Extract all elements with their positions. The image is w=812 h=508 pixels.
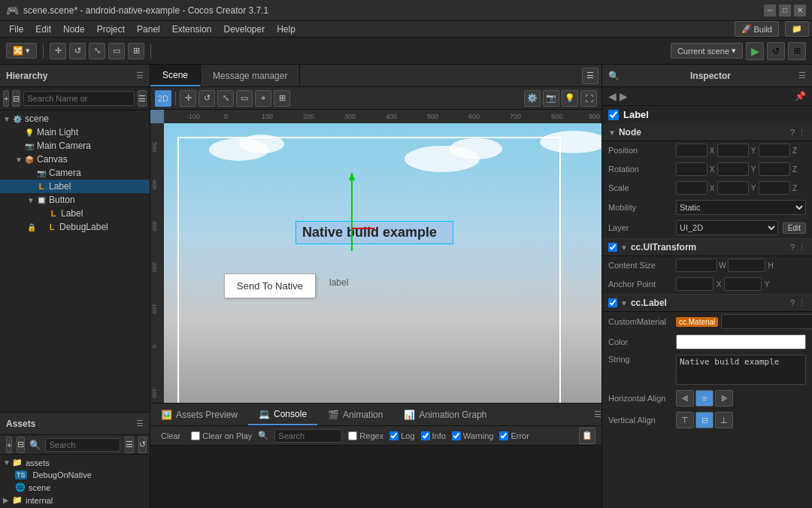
console-search-input[interactable]	[274, 429, 342, 443]
menu-node[interactable]: Node	[57, 23, 91, 36]
tree-item-camera[interactable]: 📷 Camera	[0, 166, 150, 180]
regex-checkbox[interactable]: Regex	[348, 431, 383, 440]
h-align-center-button[interactable]: ≡	[695, 390, 714, 407]
position-x-input[interactable]: 0	[676, 144, 707, 157]
position-y-input[interactable]: 0	[717, 144, 749, 157]
menu-panel[interactable]: Panel	[131, 23, 166, 36]
menu-file[interactable]: File	[3, 23, 29, 36]
layer-edit-button[interactable]: Edit	[783, 222, 806, 234]
error-input[interactable]	[499, 431, 508, 440]
asset-item-internal[interactable]: ▶ 📁 internal	[0, 494, 150, 506]
string-textarea[interactable]: Native build example	[676, 355, 806, 385]
lighting-button[interactable]: 💡	[562, 90, 578, 107]
rotation-y-input[interactable]: 0	[717, 162, 749, 176]
cclabel-menu-button[interactable]: ⋮	[798, 298, 806, 308]
node-menu-button[interactable]: ⋮	[798, 128, 806, 138]
hierarchy-collapse-button[interactable]: ⊟	[12, 90, 20, 107]
tab-animation[interactable]: 🎬 Animation	[317, 404, 393, 425]
folder-button[interactable]: 📁	[785, 21, 809, 37]
material-name-input[interactable]: cc.Material	[721, 314, 812, 329]
inspector-forward-button[interactable]: ▶	[620, 90, 628, 102]
uitransform-enabled-checkbox[interactable]	[608, 243, 617, 252]
tree-item-scene[interactable]: ▼ ⚙️ scene	[0, 112, 150, 125]
v-align-middle-button[interactable]: ⊟	[695, 412, 714, 428]
menu-edit[interactable]: Edit	[29, 23, 57, 36]
color-swatch[interactable]	[676, 334, 806, 349]
inspector-menu-button[interactable]: ☰	[798, 71, 806, 80]
cclabel-enabled-checkbox[interactable]	[608, 298, 617, 307]
move-tool-button[interactable]: ✛	[50, 43, 66, 59]
menu-extension[interactable]: Extension	[166, 23, 218, 36]
regex-input[interactable]	[348, 431, 357, 440]
scene-button-element[interactable]: Send To Native	[224, 274, 316, 298]
tool-rect-button[interactable]: ▭	[236, 90, 253, 107]
tab-assets-preview[interactable]: 🖼️ Assets Preview	[150, 404, 248, 425]
h-align-right-button[interactable]: ⫸	[715, 390, 733, 407]
tab-console[interactable]: 💻 Console	[248, 404, 317, 425]
asset-item-scene[interactable]: 🌐 scene	[0, 481, 150, 494]
inspector-back-button[interactable]: ◀	[608, 90, 617, 102]
refresh-button[interactable]: ↺	[767, 42, 785, 60]
tree-item-main-camera[interactable]: 📷 Main Camera	[0, 139, 150, 153]
anchor-x-input[interactable]: 0.5	[676, 277, 714, 291]
tree-item-main-light[interactable]: 💡 Main Light	[0, 125, 150, 139]
rotation-x-input[interactable]: 0	[676, 162, 707, 176]
warning-checkbox[interactable]: Warning	[452, 431, 494, 440]
layout-button[interactable]: ⊞	[788, 42, 806, 60]
play-button[interactable]: ▶	[746, 42, 764, 60]
content-size-h-input[interactable]: 50.4	[728, 259, 765, 272]
uitransform-menu-button[interactable]: ⋮	[798, 243, 806, 252]
clear-on-play-input[interactable]	[191, 431, 200, 440]
info-input[interactable]	[421, 431, 430, 440]
info-checkbox[interactable]: Info	[421, 431, 446, 440]
asset-item-debug-on-native[interactable]: TS DebugOnNative	[0, 469, 150, 481]
assets-collapse-button[interactable]: ⊟	[17, 437, 25, 453]
tree-item-button[interactable]: ▼ 🔲 Button	[0, 193, 150, 207]
console-copy-button[interactable]: 📋	[579, 428, 595, 444]
scale-y-input[interactable]: 1	[717, 181, 749, 195]
tab-animation-graph[interactable]: 📊 Animation Graph	[393, 404, 497, 425]
viewport-settings-button[interactable]: ⚙️	[524, 90, 541, 107]
tree-item-button-label[interactable]: L Label	[0, 207, 150, 220]
tool-anchor-button[interactable]: ⌖	[255, 90, 271, 107]
tree-item-canvas[interactable]: ▼ 📦 Canvas	[0, 153, 150, 166]
tab-message-manager[interactable]: Message manager	[201, 65, 300, 86]
menu-project[interactable]: Project	[91, 23, 131, 36]
hierarchy-list-button[interactable]: ☰	[138, 90, 147, 107]
scene-panel-menu[interactable]: ☰	[582, 68, 598, 84]
scene-viewport[interactable]: -100 0 100 200 300 400 500 600 700 800 9…	[150, 110, 601, 403]
clear-on-play-checkbox[interactable]: Clear on Play	[191, 431, 252, 440]
tree-item-label[interactable]: L Label	[0, 180, 150, 193]
content-size-w-input[interactable]: 371.31	[676, 259, 717, 272]
component-enabled-checkbox[interactable]	[608, 110, 619, 120]
layer-dropdown[interactable]: UI_2DUI_3DDefault	[676, 220, 778, 235]
rect-tool-button[interactable]: ▭	[108, 43, 125, 59]
asset-item-assets[interactable]: ▼ 📁 assets	[0, 456, 150, 469]
cclabel-section-header[interactable]: ▼ cc.Label ? ⋮	[602, 294, 812, 312]
uitransform-section-header[interactable]: ▼ cc.UITransform ? ⋮	[602, 238, 812, 256]
hierarchy-search-input[interactable]	[23, 91, 135, 106]
clear-button[interactable]: Clear	[156, 430, 185, 442]
rotate-tool-button[interactable]: ↺	[69, 43, 86, 59]
inspector-pin-button[interactable]: 📌	[795, 91, 806, 101]
build-button[interactable]: 🚀 Build	[735, 21, 779, 37]
tool-rotate-button[interactable]: ↺	[198, 90, 215, 107]
camera-button[interactable]: 📷	[543, 90, 559, 107]
scale-x-input[interactable]: 1	[676, 181, 707, 195]
hierarchy-menu-button[interactable]: ☰	[136, 71, 144, 80]
maximize-button[interactable]: □	[779, 5, 791, 17]
fullscreen-button[interactable]: ⛶	[580, 90, 597, 107]
scale-z-input[interactable]: 1	[759, 181, 790, 195]
menu-help[interactable]: Help	[271, 23, 301, 36]
error-checkbox[interactable]: Error	[499, 431, 529, 440]
tool-scale-button[interactable]: ⤡	[217, 90, 234, 107]
uitransform-help-button[interactable]: ?	[790, 243, 795, 252]
log-input[interactable]	[389, 431, 398, 440]
position-z-input[interactable]: 0	[759, 144, 790, 157]
v-align-top-button[interactable]: ⊤	[676, 412, 694, 428]
anchor-y-input[interactable]: 0.5	[724, 277, 762, 291]
tool-extra-button[interactable]: ⊞	[274, 90, 290, 107]
tab-scene[interactable]: Scene	[150, 65, 201, 86]
minimize-button[interactable]: ─	[764, 5, 776, 17]
rotation-z-input[interactable]: 0	[759, 162, 790, 176]
